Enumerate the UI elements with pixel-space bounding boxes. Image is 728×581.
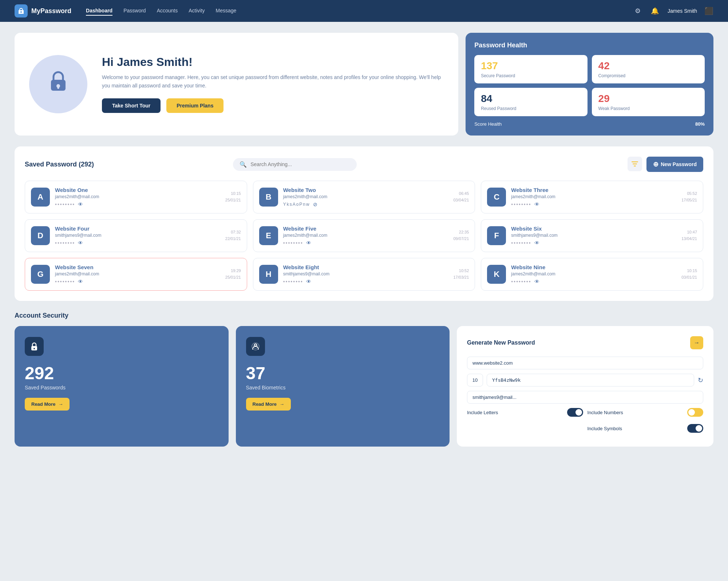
pwd-info: Website Three james2mith@mail.com ••••••…	[511, 187, 676, 207]
saved-passwords-card: 292 Saved Passwords Read More →	[15, 326, 229, 447]
pwd-time: 10:15	[681, 268, 697, 274]
gen-password-row: ↻	[467, 374, 703, 386]
reused-label: Reused Password	[481, 106, 581, 111]
nav-message[interactable]: Message	[216, 6, 237, 16]
eye-icon[interactable]: 👁	[78, 201, 84, 207]
password-card: K Website Nine james2mith@mail.com •••••…	[481, 258, 703, 291]
password-card: C Website Three james2mith@mail.com ••••…	[481, 181, 703, 213]
header-actions: ⊕ New Password	[628, 157, 703, 172]
password-card: A Website One james2mith@mail.com ••••••…	[25, 181, 247, 213]
include-symbols-label: Include Symbols	[587, 426, 622, 431]
nav-accounts[interactable]: Accounts	[157, 6, 178, 16]
logo-icon	[15, 4, 28, 17]
nav-dashboard[interactable]: Dashboard	[86, 6, 112, 16]
welcome-buttons: Take Short Tour Premium Plans	[102, 98, 444, 113]
nav-password[interactable]: Password	[123, 6, 146, 16]
pwd-email: james2mith@mail.com	[55, 271, 220, 276]
saved-passwords-read-more[interactable]: Read More →	[25, 398, 70, 411]
saved-biometrics-card: 37 Saved Biometrics Read More →	[236, 326, 450, 447]
nav-right: ⚙ 🔔 James Smith ⬛	[633, 5, 713, 16]
password-card: B Website Two james2mith@mail.com YksAoP…	[253, 181, 475, 213]
password-card: G Website Seven james2mith@mail.com ••••…	[25, 258, 247, 291]
pwd-time: 10:15	[225, 191, 241, 197]
pwd-name: Website Seven	[55, 264, 220, 270]
nav-brand: MyPassword	[15, 4, 71, 17]
svg-rect-3	[632, 161, 638, 162]
eye-icon[interactable]: 👁	[534, 201, 540, 207]
include-numbers-label: Include Numbers	[587, 410, 623, 415]
gen-title: Generate New Password	[467, 339, 535, 346]
compromised-label: Compromised	[598, 73, 698, 78]
pwd-avatar: A	[31, 188, 50, 207]
gen-website-row	[467, 357, 703, 369]
svg-rect-4	[633, 164, 637, 165]
include-letters-toggle[interactable]	[567, 408, 583, 417]
new-password-button[interactable]: ⊕ New Password	[646, 157, 703, 172]
pwd-email: smithjames9@mail.com	[283, 271, 448, 276]
compromised-count: 42	[598, 60, 698, 72]
gen-go-button[interactable]: →	[690, 336, 703, 349]
gen-refresh-button[interactable]: ↻	[698, 376, 703, 384]
logout-icon[interactable]: ⬛	[704, 7, 713, 15]
pwd-email: james2mith@mail.com	[511, 271, 676, 276]
premium-plans-button[interactable]: Premium Plans	[166, 98, 223, 113]
pwd-avatar: F	[487, 226, 506, 245]
search-bar: 🔍	[233, 158, 357, 171]
search-input[interactable]	[250, 161, 350, 167]
gen-password-field[interactable]	[487, 374, 694, 386]
pwd-avatar: C	[487, 188, 506, 207]
eye-icon[interactable]: 👁	[78, 240, 84, 246]
settings-icon[interactable]: ⚙	[633, 5, 642, 16]
pwd-dots-row: YksAoPnw ⊘	[283, 201, 448, 207]
pwd-meta: 19:29 25/01/21	[225, 268, 241, 280]
eye-icon[interactable]: 👁	[78, 279, 84, 284]
biometrics-read-more[interactable]: Read More →	[246, 398, 291, 411]
pwd-time: 06:45	[454, 191, 469, 197]
pwd-info: Website Five james2mith@mail.com •••••••…	[283, 225, 448, 246]
pwd-dots: ••••••••	[55, 201, 75, 207]
pwd-time: 05:52	[681, 191, 697, 197]
navbar: MyPassword Dashboard Password Accounts A…	[0, 0, 728, 22]
pwd-info: Website Seven james2mith@mail.com ••••••…	[55, 264, 220, 284]
welcome-text: Hi James Smith! Welcome to your password…	[102, 55, 444, 113]
pwd-meta: 22:35 09/07/21	[454, 229, 469, 242]
pwd-name: Website Four	[55, 225, 220, 232]
eye-icon[interactable]: 👁	[306, 240, 312, 246]
pwd-date: 09/07/21	[454, 236, 469, 242]
pwd-info: Website Six smithjames9@mail.com •••••••…	[511, 225, 676, 246]
include-numbers-toggle[interactable]	[687, 408, 703, 417]
pwd-dots: ••••••••	[55, 240, 75, 246]
security-grid: 292 Saved Passwords Read More → 37	[15, 326, 713, 447]
pwd-dots: ••••••••	[511, 201, 531, 207]
gen-email-input[interactable]	[467, 391, 703, 404]
pwd-dots: ••••••••	[511, 240, 531, 246]
pwd-dots-row: •••••••• 👁	[511, 240, 676, 246]
saved-biometrics-num: 37	[246, 363, 440, 383]
pwd-meta: 07:32 22/01/21	[225, 229, 241, 242]
svg-rect-5	[634, 166, 636, 167]
welcome-card: Hi James Smith! Welcome to your password…	[15, 33, 458, 136]
eye-icon[interactable]: 👁	[306, 279, 312, 284]
gen-length-input[interactable]	[467, 374, 483, 386]
take-tour-button[interactable]: Take Short Tour	[102, 98, 161, 113]
pwd-dots-row: •••••••• 👁	[511, 279, 676, 284]
slash-icon[interactable]: ⊘	[313, 201, 318, 207]
gen-website-input[interactable]	[467, 357, 703, 369]
health-compromised: 42 Compromised	[592, 55, 705, 83]
filter-button[interactable]	[628, 157, 642, 171]
svg-point-7	[33, 348, 35, 349]
nav-username: James Smith	[668, 8, 697, 14]
pwd-time: 19:29	[225, 268, 241, 274]
security-section: Account Security 292 Saved Passwords Rea…	[15, 312, 713, 447]
weak-label: Weak Password	[598, 106, 698, 111]
include-symbols-toggle[interactable]	[687, 424, 703, 433]
eye-icon[interactable]: 👁	[534, 279, 540, 284]
nav-activity[interactable]: Activity	[189, 6, 205, 16]
bell-icon[interactable]: 🔔	[649, 5, 660, 16]
pwd-info: Website One james2mith@mail.com ••••••••…	[55, 187, 220, 207]
toggle-numbers-row: Include Numbers	[587, 408, 704, 417]
pwd-date: 25/01/21	[225, 274, 241, 281]
eye-icon[interactable]: 👁	[534, 240, 540, 246]
pwd-date: 17/05/21	[681, 197, 697, 204]
greeting-title: Hi James Smith!	[102, 55, 444, 69]
